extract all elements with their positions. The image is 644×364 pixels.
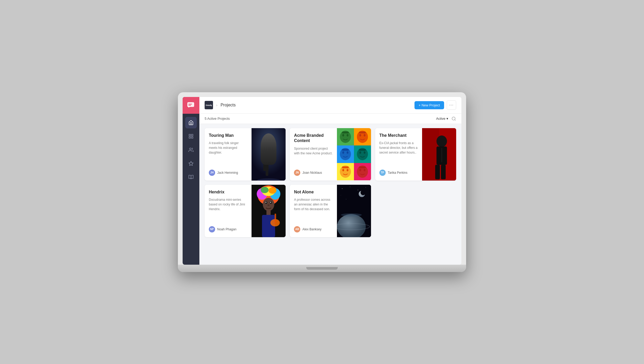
svg-point-61: [266, 202, 266, 203]
svg-point-80: [341, 213, 362, 216]
author-name: Joan Nicklaus: [302, 171, 322, 175]
svg-point-32: [359, 151, 361, 154]
touring-man-illustration: [252, 128, 286, 181]
vip-icon: [188, 161, 194, 166]
card-author: JH Jack Hemming: [209, 170, 247, 176]
card-image-hendrix: [252, 185, 286, 237]
header-actions: + New Project ···: [414, 100, 456, 110]
sidebar-item-book[interactable]: [185, 171, 197, 183]
project-card-touring-man[interactable]: Touring Man A traveling folk singer meet…: [205, 128, 286, 181]
svg-rect-22: [342, 132, 349, 133]
card-description: A professor comes across an amnesiac ali…: [294, 197, 332, 223]
author-name: Tarika Perkins: [388, 171, 407, 175]
sidebar: [183, 97, 199, 265]
card-title: Acme Branded Content: [294, 133, 332, 144]
card-title: Hendrix: [209, 189, 247, 195]
laptop-base: [178, 265, 466, 272]
filter-active-label: Active: [436, 117, 445, 121]
card-description: Ex-CIA jackal fronts as a funeral direct…: [379, 141, 418, 166]
svg-point-29: [347, 151, 348, 154]
sub-header-right: Active ▾: [436, 116, 456, 121]
svg-point-70: [350, 187, 350, 187]
card-title: The Merchant: [379, 133, 418, 138]
project-card-hendrix[interactable]: Hendrix Docudrama mini-series based on r…: [205, 185, 286, 237]
svg-rect-15: [270, 147, 276, 160]
author-avatar: NP: [209, 226, 215, 232]
svg-point-37: [347, 169, 348, 171]
card-description: A traveling folk singer meets his estran…: [209, 141, 247, 166]
projects-area: Touring Man A traveling folk singer meet…: [199, 124, 461, 265]
sidebar-item-grid[interactable]: [185, 131, 197, 142]
laptop-screen: Gravity › Projects + New Project ··· 5 A…: [183, 97, 461, 265]
filter-chevron-icon: ▾: [446, 117, 448, 121]
pop-cell-4: [354, 145, 371, 163]
svg-rect-67: [275, 214, 276, 224]
svg-rect-16: [263, 160, 269, 171]
home-icon: [188, 120, 194, 125]
laptop-notch: [306, 267, 338, 270]
svg-point-40: [359, 169, 361, 171]
chat-icon: [187, 101, 195, 110]
active-projects-count: 5 Active Projects: [205, 117, 230, 121]
more-options-button[interactable]: ···: [447, 100, 456, 110]
svg-point-36: [342, 169, 344, 171]
project-card-merchant[interactable]: The Merchant Ex-CIA jackal fronts as a f…: [375, 128, 456, 181]
sidebar-logo[interactable]: [183, 97, 199, 114]
svg-rect-3: [189, 134, 191, 136]
sub-header: 5 Active Projects Active ▾: [199, 114, 461, 124]
pop-face-3: [338, 146, 353, 162]
gravity-badge: Gravity: [205, 101, 213, 109]
project-card-not-alone[interactable]: Not Alone A professor comes across an am…: [290, 185, 371, 237]
svg-point-14: [260, 151, 274, 163]
project-card-acme[interactable]: Acme Branded Content Sponsored client pr…: [290, 128, 371, 181]
svg-marker-8: [189, 161, 193, 165]
svg-point-71: [358, 190, 358, 190]
sidebar-item-home[interactable]: [185, 117, 197, 128]
svg-rect-6: [192, 137, 193, 138]
header-chevron-icon: ›: [216, 103, 217, 107]
pop-face-1: [338, 129, 353, 145]
author-avatar: JH: [209, 170, 215, 176]
svg-point-57: [269, 187, 276, 194]
author-name: Noah Phagan: [217, 227, 236, 231]
filter-active-button[interactable]: Active ▾: [436, 117, 448, 121]
new-project-button[interactable]: + New Project: [414, 101, 444, 109]
card-author: TP Tarika Perkins: [379, 170, 418, 176]
svg-rect-5: [189, 137, 191, 138]
card-image-touring-man: [252, 128, 286, 181]
page-title: Projects: [221, 103, 411, 107]
not-alone-illustration: [337, 185, 371, 237]
svg-point-73: [341, 195, 341, 195]
svg-point-9: [452, 117, 455, 120]
sidebar-item-vip[interactable]: [185, 158, 197, 169]
users-icon: [188, 147, 194, 153]
svg-point-72: [365, 187, 366, 188]
card-image-merchant: [422, 128, 456, 181]
card-description: Docudrama mini-series based on rocky lif…: [209, 197, 247, 223]
svg-point-33: [364, 151, 365, 154]
pop-face-4: [355, 146, 370, 162]
sidebar-item-users[interactable]: [185, 144, 197, 156]
header: Gravity › Projects + New Project ···: [199, 97, 461, 114]
svg-point-77: [361, 190, 366, 195]
svg-point-7: [189, 148, 191, 150]
main-content: Gravity › Projects + New Project ··· 5 A…: [199, 97, 461, 265]
svg-point-25: [364, 134, 365, 136]
grid-icon: [188, 134, 194, 139]
card-info: Hendrix Docudrama mini-series based on r…: [205, 185, 252, 237]
svg-point-21: [347, 134, 348, 136]
svg-point-20: [342, 134, 344, 136]
card-info: Acme Branded Content Sponsored client pr…: [290, 128, 337, 181]
svg-point-12: [264, 137, 273, 148]
author-name: Jack Hemming: [217, 171, 238, 175]
svg-rect-30: [342, 149, 349, 151]
card-info: Not Alone A professor comes across an am…: [290, 185, 337, 237]
svg-line-10: [455, 119, 455, 120]
svg-point-69: [342, 188, 342, 189]
search-button[interactable]: [451, 116, 456, 121]
card-author: AB Alex Banksey: [294, 226, 332, 232]
svg-rect-4: [192, 134, 193, 136]
merchant-illustration: [422, 128, 456, 181]
card-image-acme: [337, 128, 371, 181]
gravity-badge-text: Gravity: [206, 104, 212, 106]
